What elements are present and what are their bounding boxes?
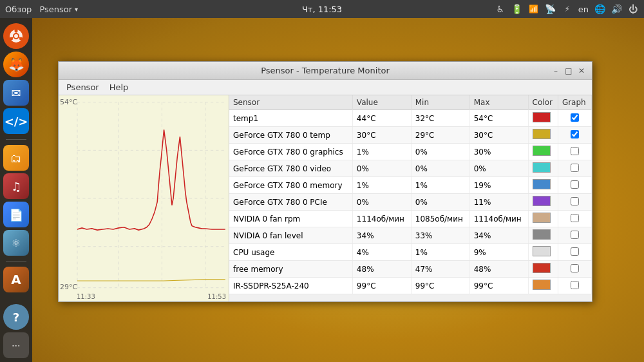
table-row: NVIDIA 0 fan rpm 1114об/мин 1085об/мин 1… (229, 211, 592, 227)
close-button[interactable]: ✕ (576, 66, 587, 76)
sensor-value: 0% (352, 194, 411, 211)
maximize-button[interactable]: □ (564, 66, 574, 76)
sensor-color-cell (528, 160, 558, 177)
sensor-min: 0% (411, 194, 469, 211)
dock-separator-2 (6, 261, 26, 262)
app-menu[interactable]: Psensor ▾ (39, 5, 78, 14)
firefox-icon[interactable]: 🦊 (3, 52, 29, 77)
sensor-name: GeForce GTX 780 0 temp (229, 127, 352, 144)
menu-help[interactable]: Help (104, 81, 134, 93)
sensor-max: 30°C (469, 127, 528, 144)
sensor-min: 1% (411, 177, 469, 194)
color-swatch (533, 146, 551, 156)
graph-checkbox-cell[interactable] (558, 194, 591, 211)
sensor-color-cell (528, 194, 558, 211)
graph-checkbox[interactable] (571, 180, 579, 189)
graph-checkbox-cell[interactable] (558, 244, 591, 261)
color-swatch (533, 263, 551, 273)
sensor-name: IR-SSDPR-S25A-240 (229, 278, 352, 294)
sensor-min: 0% (411, 160, 469, 177)
sensor-color-cell (528, 144, 558, 160)
graph-checkbox-cell[interactable] (558, 144, 591, 160)
graph-checkbox[interactable] (571, 130, 579, 138)
panel-datetime: Чт, 11:53 (302, 5, 342, 14)
mail-icon[interactable]: ✉ (3, 80, 29, 106)
graph-checkbox-cell[interactable] (558, 160, 591, 177)
chevron-down-icon: ▾ (75, 6, 78, 13)
graph-checkbox-cell[interactable] (558, 127, 591, 144)
graph-checkbox-cell[interactable] (558, 227, 591, 244)
col-value: Value (352, 95, 411, 110)
sensor-table-wrapper: Sensor Value Min Max Color Graph temp1 4… (229, 95, 592, 301)
vscode-icon[interactable]: </> (3, 108, 29, 134)
sensor-min: 1085об/мин (411, 211, 469, 227)
sensor-color-cell (528, 278, 558, 294)
atom-icon[interactable]: ⚛ (3, 230, 29, 256)
bluetooth-icon: ⚡ (562, 3, 573, 15)
sensor-min: 99°C (411, 278, 469, 294)
sensor-min: 32°C (411, 110, 469, 127)
sensor-max: 54°C (469, 110, 528, 127)
lang-label[interactable]: en (578, 5, 589, 14)
sensor-name: free memory (229, 261, 352, 278)
sensor-value: 99°C (352, 278, 411, 294)
sensor-min: 47% (411, 261, 469, 278)
rhythmbox-icon[interactable]: ♫ (3, 173, 29, 199)
graph-area: 54°C 29°C 11:33 11:53 (59, 95, 229, 301)
graph-checkbox[interactable] (571, 164, 579, 172)
sensor-color-cell (528, 110, 558, 127)
minimize-button[interactable]: – (551, 66, 561, 76)
graph-svg (59, 95, 229, 301)
graph-checkbox-cell[interactable] (558, 261, 591, 278)
sensor-min: 1% (411, 244, 469, 261)
sensor-color-cell (528, 177, 558, 194)
col-graph: Graph (558, 95, 591, 110)
sensor-color-cell (528, 127, 558, 144)
graph-checkbox[interactable] (571, 113, 579, 122)
color-swatch (533, 280, 551, 290)
graph-checkbox[interactable] (571, 147, 579, 155)
sensor-max: 9% (469, 244, 528, 261)
ubuntu-icon[interactable] (3, 23, 29, 49)
svg-point-1 (15, 30, 18, 33)
table-header-row: Sensor Value Min Max Color Graph (229, 95, 592, 110)
sensor-max: 30% (469, 144, 528, 160)
col-min: Min (411, 95, 469, 110)
graph-checkbox-cell[interactable] (558, 211, 591, 227)
sensor-min: 29°C (411, 127, 469, 144)
sensor-max: 11% (469, 194, 528, 211)
table-row: temp1 44°C 32°C 54°C (229, 110, 592, 127)
col-color: Color (528, 95, 558, 110)
battery-icon: 🔋 (511, 3, 523, 15)
graph-checkbox-cell[interactable] (558, 177, 591, 194)
sensor-color-cell (528, 261, 558, 278)
power-icon[interactable]: ⏻ (627, 3, 639, 15)
window-content: 54°C 29°C 11:33 11:53 (59, 95, 592, 301)
wifi-icon: 📡 (545, 3, 556, 15)
graph-checkbox[interactable] (571, 214, 579, 222)
col-max: Max (469, 95, 528, 110)
files-icon[interactable]: 🗂 (3, 145, 29, 171)
graph-checkbox[interactable] (571, 247, 579, 256)
panel-left: Обзор Psensor ▾ (5, 5, 492, 14)
graph-checkbox[interactable] (571, 281, 579, 289)
overview-label[interactable]: Обзор (5, 5, 32, 14)
color-swatch (533, 129, 551, 139)
svg-line-6 (19, 37, 20, 38)
help-icon[interactable]: ? (3, 304, 29, 330)
apps-icon[interactable]: ⋯ (3, 332, 29, 358)
table-row: CPU usage 4% 1% 9% (229, 244, 592, 261)
installer-icon[interactable]: A (3, 267, 29, 292)
graph-checkbox[interactable] (571, 264, 579, 272)
graph-checkbox-cell[interactable] (558, 278, 591, 294)
left-dock: 🦊 ✉ </> 🗂 ♫ 📄 ⚛ A ? ⋯ (0, 18, 32, 362)
graph-checkbox[interactable] (571, 231, 579, 239)
graph-checkbox-cell[interactable] (558, 110, 591, 127)
network-icon: 📶 (528, 3, 540, 15)
sensor-name: GeForce GTX 780 0 PCIe (229, 194, 352, 211)
menu-psensor[interactable]: Psensor (61, 81, 104, 93)
sensor-name: GeForce GTX 780 0 graphics (229, 144, 352, 160)
graph-checkbox[interactable] (571, 197, 579, 205)
docs-icon[interactable]: 📄 (3, 202, 29, 227)
sensor-max: 0% (469, 160, 528, 177)
